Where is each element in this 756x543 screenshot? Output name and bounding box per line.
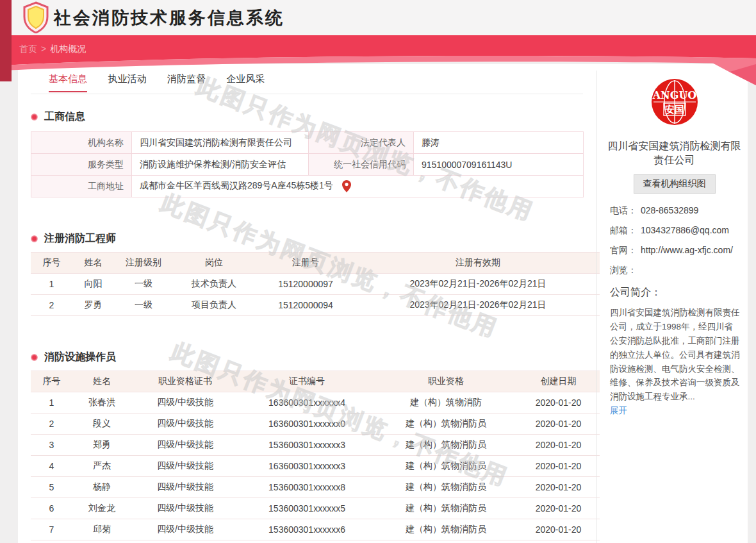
map-pin-icon[interactable]	[342, 180, 351, 192]
breadcrumb-home-link[interactable]: 首页	[19, 44, 37, 54]
phone-row: 电话： 028-86532899	[610, 204, 746, 217]
sidebar-company-name: 四川省安国建筑消防检测有限责任公司	[602, 139, 746, 167]
credit-code-value: 91510000709161143U	[414, 154, 584, 176]
section-title-business-info: 工商信息	[31, 110, 85, 124]
service-type-label: 服务类型	[31, 154, 132, 176]
views-value	[641, 263, 743, 277]
address-label: 工商地址	[31, 176, 132, 197]
email-label: 邮箱：	[610, 224, 641, 237]
shield-logo-icon	[22, 1, 50, 33]
red-dot-icon	[31, 113, 38, 121]
business-info-table: 机构名称 四川省安国建筑消防检测有限责任公司 法定代表人 滕涛 服务类型 消防设…	[31, 131, 584, 197]
address-value: 成都市金牛区羊西线蜀汉路289号A座45栋5楼1号	[140, 180, 333, 190]
section-title-engineers: 注册消防工程师	[31, 232, 116, 246]
table-row: 2段义四级/中级技能163600301xxxxxx0建（构）筑物消防员2020-…	[31, 414, 600, 435]
website-link[interactable]: http://www.ag-xfjc.com/	[641, 244, 743, 257]
content-sidebar-divider	[596, 71, 596, 543]
breadcrumb-current: 机构概况	[50, 44, 86, 54]
table-row: 2 罗勇 一级 项目负责人 15120000094 2023年02月21日-20…	[31, 295, 600, 316]
contact-info-list: 电话： 028-86532899 邮箱： 1034327886@qq.com 官…	[602, 204, 746, 277]
company-profile-title: 公司简介：	[602, 286, 746, 299]
phone-label: 电话：	[610, 204, 641, 217]
engineers-table: 序号 姓名 注册级别 岗位 注册号 注册有效期 1 向阳 一级 技术负责人 15…	[31, 252, 600, 316]
svg-text:安国: 安国	[665, 104, 684, 115]
tab-practice-activity[interactable]: 执业活动	[108, 73, 146, 91]
anguo-company-logo: ANGUO 安国	[652, 79, 698, 125]
section-title-operators: 消防设施操作员	[31, 351, 116, 364]
table-row: 1张春洪四级/中级技能163600301xxxxxx4建（构）筑物消防2020-…	[31, 392, 600, 414]
tab-fire-supervision[interactable]: 消防监督	[167, 73, 206, 91]
legal-rep-value: 滕涛	[414, 132, 584, 154]
table-row: 机构名称 四川省安国建筑消防检测有限责任公司 法定代表人 滕涛	[31, 132, 584, 154]
org-name-label: 机构名称	[31, 132, 132, 154]
website-label: 官网：	[610, 244, 641, 257]
website-row: 官网： http://www.ag-xfjc.com/	[610, 244, 746, 257]
tab-basic-info[interactable]: 基本信息	[49, 73, 87, 92]
table-row: 7邱菊四级/中级技能153600301xxxxxx6建（构）筑物消防员2020-…	[31, 519, 600, 540]
table-row: 5杨静四级/中级技能153600301xxxxxx8建（构）筑物消防员2020-…	[31, 477, 600, 498]
table-row: 3郑勇四级/中级技能153600301xxxxxx3建（构）筑物消防员2020-…	[31, 435, 600, 456]
table-header-row: 序号 姓名 职业资格证书 证书编号 职业资格 创建日期	[31, 371, 600, 392]
table-row: 1 向阳 一级 技术负责人 15120000097 2023年02月21日-20…	[31, 274, 600, 295]
table-header-row: 序号 姓名 注册级别 岗位 注册号 注册有效期	[31, 253, 600, 274]
breadcrumb: 首页>机构概况	[19, 44, 86, 55]
legal-rep-label: 法定代表人	[309, 132, 414, 154]
page-title: 社会消防技术服务信息系统	[54, 6, 284, 29]
operators-table: 序号 姓名 职业资格证书 证书编号 职业资格 创建日期 1张春洪四级/中级技能1…	[31, 371, 600, 540]
left-accent-strip	[0, 0, 12, 81]
red-dot-icon	[31, 235, 38, 242]
table-row: 工商地址 成都市金牛区羊西线蜀汉路289号A座45栋5楼1号	[31, 176, 584, 197]
svg-text:ANGUO: ANGUO	[652, 89, 696, 101]
red-dot-icon	[31, 354, 38, 361]
email-value: 1034327886@qq.com	[641, 224, 743, 237]
table-row: 4严杰四级/中级技能163600301xxxxxx3建（构）筑物消防员2020-…	[31, 456, 600, 477]
service-type-value: 消防设施维护保养检测/消防安全评估	[132, 154, 309, 176]
app-header: 社会消防技术服务信息系统	[0, 0, 756, 35]
expand-profile-link[interactable]: 展开	[610, 405, 627, 417]
views-row: 浏览：	[610, 263, 746, 277]
views-label: 浏览：	[610, 263, 641, 277]
tab-company-showcase[interactable]: 企业风采	[226, 73, 265, 91]
phone-value: 028-86532899	[641, 204, 743, 217]
tab-bar: 基本信息 执业活动 消防监督 企业风采	[31, 73, 583, 94]
breadcrumb-separator: >	[41, 44, 46, 54]
address-value-cell: 成都市金牛区羊西线蜀汉路289号A座45栋5楼1号	[132, 176, 584, 197]
view-org-chart-button[interactable]: 查看机构组织图	[634, 174, 716, 194]
company-sidebar: ANGUO 安国 四川省安国建筑消防检测有限责任公司 查看机构组织图 电话： 0…	[602, 64, 746, 417]
credit-code-label: 统一社会信用代码	[309, 154, 414, 176]
email-row: 邮箱： 1034327886@qq.com	[610, 224, 746, 237]
org-name-value: 四川省安国建筑消防检测有限责任公司	[132, 132, 309, 154]
table-row: 6刘金龙四级/中级技能153600301xxxxxx5建（构）筑物消防员2020…	[31, 498, 600, 519]
table-row: 服务类型 消防设施维护保养检测/消防安全评估 统一社会信用代码 91510000…	[31, 154, 584, 176]
company-profile-text: 四川省安国建筑消防检测有限责任公司，成立于1998年，经四川省公安消防总队批准，…	[602, 306, 740, 404]
